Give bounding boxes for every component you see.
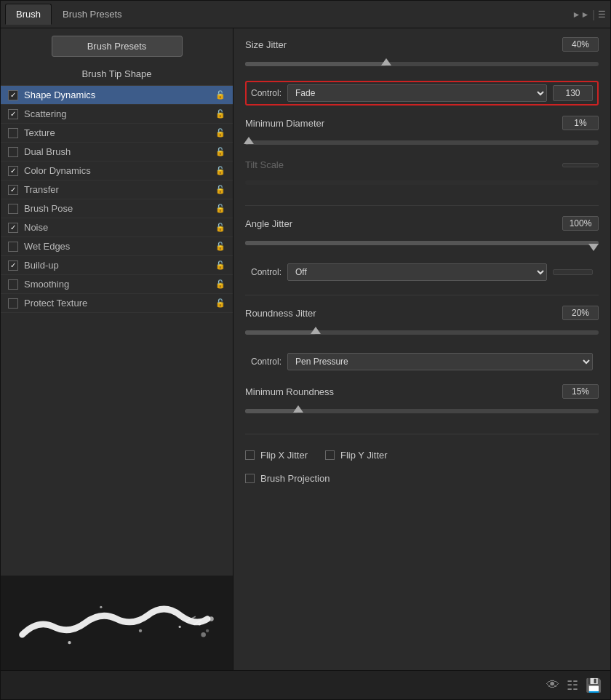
min-diameter-slider[interactable] xyxy=(245,140,599,145)
sidebar-item-texture[interactable]: Texture 🔓 xyxy=(1,124,233,143)
sidebar-item-brush-pose[interactable]: Brush Pose 🔓 xyxy=(1,199,233,218)
size-jitter-control-number[interactable] xyxy=(553,85,593,101)
sidebar-label-noise: Noise xyxy=(24,222,215,233)
svg-point-4 xyxy=(201,632,206,637)
angle-jitter-label: Angle Jitter xyxy=(245,218,292,229)
divider-1 xyxy=(245,205,599,206)
export-icon[interactable]: 💾 xyxy=(586,677,602,693)
roundness-jitter-thumb xyxy=(311,327,321,334)
min-diameter-value: 1% xyxy=(562,116,599,130)
eye-icon[interactable]: 👁 xyxy=(546,677,559,693)
flip-x-checkbox[interactable] xyxy=(245,450,255,460)
lock-icon-protect-texture: 🔓 xyxy=(215,298,225,308)
checkbox-shape-dynamics[interactable] xyxy=(8,90,18,100)
roundness-control-select[interactable]: Off Fade Pen Pressure Pen Tilt xyxy=(287,353,593,370)
divider-3 xyxy=(245,434,599,434)
sidebar-item-noise[interactable]: Noise 🔓 xyxy=(1,218,233,237)
lock-icon-shape-dynamics: 🔓 xyxy=(215,90,225,100)
sidebar-item-smoothing[interactable]: Smoothing 🔓 xyxy=(1,275,233,294)
sidebar-item-dual-brush[interactable]: Dual Brush 🔓 xyxy=(1,143,233,162)
roundness-control-row: Control: Off Fade Pen Pressure Pen Tilt xyxy=(245,349,599,374)
lock-icon-texture: 🔓 xyxy=(215,128,225,138)
flip-y-label: Flip Y Jitter xyxy=(340,450,388,461)
angle-jitter-slider-container[interactable] xyxy=(245,238,599,250)
svg-point-3 xyxy=(179,626,181,628)
grid-icon[interactable]: ☷ xyxy=(567,677,578,693)
min-diameter-slider-container[interactable] xyxy=(245,138,599,149)
sidebar-item-wet-edges[interactable]: Wet Edges 🔓 xyxy=(1,237,233,256)
sidebar-label-texture: Texture xyxy=(24,127,215,138)
angle-control-select[interactable]: Off Fade Pen Pressure Pen Tilt Initial D… xyxy=(287,263,547,281)
main-content: Brush Presets Brush Tip Shape Shape Dyna… xyxy=(1,28,610,670)
checkbox-brush-pose[interactable] xyxy=(8,204,18,214)
min-diameter-row: Minimum Diameter 1% xyxy=(245,116,599,130)
angle-jitter-slider[interactable] xyxy=(245,241,599,245)
min-roundness-slider[interactable] xyxy=(245,409,599,413)
tilt-scale-row: Tilt Scale xyxy=(245,159,599,170)
lock-icon-transfer: 🔓 xyxy=(215,185,225,194)
size-jitter-slider-container[interactable] xyxy=(245,59,599,71)
sidebar-label-wet-edges: Wet Edges xyxy=(24,241,215,252)
tab-brush-presets[interactable]: Brush Presets xyxy=(52,4,133,25)
checkbox-transfer[interactable] xyxy=(8,185,18,195)
checkbox-scattering[interactable] xyxy=(8,109,18,119)
brush-projection-row[interactable]: Brush Projection xyxy=(245,473,599,484)
roundness-jitter-fill xyxy=(245,330,316,335)
min-roundness-row: Minimum Roundness 15% xyxy=(245,384,599,399)
menu-icon[interactable]: ☰ xyxy=(598,9,606,20)
checkbox-texture[interactable] xyxy=(8,128,18,138)
size-jitter-row: Size Jitter 40% xyxy=(245,37,599,52)
tilt-scale-value xyxy=(562,163,599,167)
brush-projection-checkbox[interactable] xyxy=(245,474,255,483)
size-jitter-label: Size Jitter xyxy=(245,39,287,50)
tab-brush[interactable]: Brush xyxy=(5,4,52,25)
angle-jitter-thumb xyxy=(588,244,599,251)
checkbox-color-dynamics[interactable] xyxy=(8,166,18,176)
sidebar-item-shape-dynamics[interactable]: Shape Dynamics 🔓 xyxy=(1,86,233,105)
sidebar-item-protect-texture[interactable]: Protect Texture 🔓 xyxy=(1,294,233,313)
checkbox-protect-texture[interactable] xyxy=(8,298,18,309)
angle-control-label: Control: xyxy=(251,267,281,277)
sidebar-label-brush-pose: Brush Pose xyxy=(24,203,215,214)
min-diameter-label: Minimum Diameter xyxy=(245,118,324,129)
sidebar-item-scattering[interactable]: Scattering 🔓 xyxy=(1,105,233,124)
brush-presets-button[interactable]: Brush Presets xyxy=(52,36,183,57)
flip-x-row[interactable]: Flip X Jitter xyxy=(245,450,308,461)
tilt-scale-slider-container xyxy=(245,178,599,189)
sidebar-label-protect-texture: Protect Texture xyxy=(24,298,215,309)
svg-point-1 xyxy=(100,606,102,608)
lock-icon-smoothing: 🔓 xyxy=(215,279,225,289)
flip-y-checkbox[interactable] xyxy=(325,450,335,460)
lock-icon-noise: 🔓 xyxy=(215,223,225,232)
min-diameter-thumb xyxy=(244,137,254,144)
checkbox-smoothing[interactable] xyxy=(8,279,18,290)
sidebar-label-dual-brush: Dual Brush xyxy=(24,146,215,157)
checkbox-wet-edges[interactable] xyxy=(8,242,18,252)
checkbox-buildup[interactable] xyxy=(8,260,18,271)
fast-forward-icon[interactable]: ►► xyxy=(572,9,590,20)
sidebar-item-transfer[interactable]: Transfer 🔓 xyxy=(1,180,233,199)
min-roundness-slider-container[interactable] xyxy=(245,406,599,418)
sidebar-list: Shape Dynamics 🔓 Scattering 🔓 Texture 🔓 xyxy=(1,86,233,576)
checkbox-dual-brush[interactable] xyxy=(8,147,18,157)
size-jitter-slider[interactable] xyxy=(245,62,599,66)
svg-point-7 xyxy=(209,616,214,621)
lock-icon-buildup: 🔓 xyxy=(215,260,225,270)
brush-projection-label: Brush Projection xyxy=(260,473,330,484)
svg-point-5 xyxy=(199,624,201,626)
min-roundness-label: Minimum Roundness xyxy=(245,386,334,397)
flip-x-label: Flip X Jitter xyxy=(260,450,308,461)
sidebar-item-buildup[interactable]: Build-up 🔓 xyxy=(1,256,233,275)
lock-icon-dual-brush: 🔓 xyxy=(215,147,225,156)
roundness-jitter-slider[interactable] xyxy=(245,330,599,335)
size-jitter-control-row: Control: Fade Off Pen Pressure Pen Tilt … xyxy=(245,81,599,106)
size-jitter-control-select[interactable]: Fade Off Pen Pressure Pen Tilt Stylus Wh… xyxy=(287,84,547,102)
angle-jitter-fill xyxy=(245,241,599,245)
divider-2 xyxy=(245,295,599,295)
sidebar-item-color-dynamics[interactable]: Color Dynamics 🔓 xyxy=(1,162,233,180)
roundness-jitter-slider-container[interactable] xyxy=(245,327,599,339)
checkbox-noise[interactable] xyxy=(8,223,18,233)
min-roundness-thumb xyxy=(293,405,303,413)
sidebar-label-transfer: Transfer xyxy=(24,184,215,195)
flip-y-row[interactable]: Flip Y Jitter xyxy=(325,450,388,461)
